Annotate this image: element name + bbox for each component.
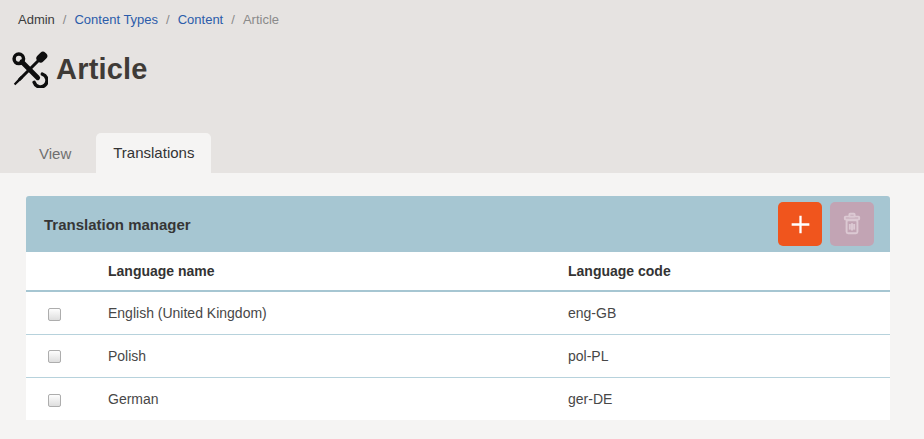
translation-manager-panel: Translation manager bbox=[26, 196, 890, 420]
language-code-cell: pol-PL bbox=[568, 334, 890, 377]
table-row: English (United Kingdom) eng-GB bbox=[26, 291, 890, 334]
language-name-cell: German bbox=[108, 377, 568, 420]
breadcrumb-item-article: Article bbox=[243, 12, 279, 27]
breadcrumb-separator: / bbox=[231, 12, 235, 27]
trash-icon bbox=[839, 211, 865, 237]
breadcrumb-separator: / bbox=[63, 12, 67, 27]
breadcrumb-item-content[interactable]: Content bbox=[178, 12, 224, 27]
tab-view[interactable]: View bbox=[22, 134, 88, 173]
tab-bar: View Translations bbox=[0, 133, 211, 173]
breadcrumb: Admin / Content Types / Content / Articl… bbox=[0, 0, 924, 27]
table-header-row: Language name Language code bbox=[26, 252, 890, 291]
title-row: Article bbox=[11, 51, 924, 88]
panel-title: Translation manager bbox=[44, 216, 770, 233]
breadcrumb-item-content-types[interactable]: Content Types bbox=[74, 12, 158, 27]
column-header-language-name: Language name bbox=[108, 252, 568, 291]
add-translation-button[interactable] bbox=[778, 202, 822, 246]
row-checkbox[interactable] bbox=[48, 350, 61, 363]
translations-table: Language name Language code English (Uni… bbox=[26, 252, 890, 420]
language-code-cell: eng-GB bbox=[568, 291, 890, 334]
row-checkbox[interactable] bbox=[48, 394, 61, 407]
plus-icon bbox=[788, 212, 813, 237]
page-title: Article bbox=[56, 53, 148, 86]
language-name-cell: English (United Kingdom) bbox=[108, 291, 568, 334]
content-region: Translation manager bbox=[0, 173, 924, 439]
table-row: German ger-DE bbox=[26, 377, 890, 420]
column-header-select bbox=[26, 252, 108, 291]
language-name-cell: Polish bbox=[108, 334, 568, 377]
breadcrumb-separator: / bbox=[166, 12, 170, 27]
delete-translation-button[interactable] bbox=[830, 202, 874, 246]
row-checkbox[interactable] bbox=[48, 308, 61, 321]
panel-header: Translation manager bbox=[26, 196, 890, 252]
language-code-cell: ger-DE bbox=[568, 377, 890, 420]
table-row: Polish pol-PL bbox=[26, 334, 890, 377]
tools-icon bbox=[11, 51, 48, 88]
column-header-language-code: Language code bbox=[568, 252, 890, 291]
tab-translations[interactable]: Translations bbox=[96, 133, 211, 173]
page-header: Admin / Content Types / Content / Articl… bbox=[0, 0, 924, 173]
breadcrumb-item-admin: Admin bbox=[18, 12, 55, 27]
